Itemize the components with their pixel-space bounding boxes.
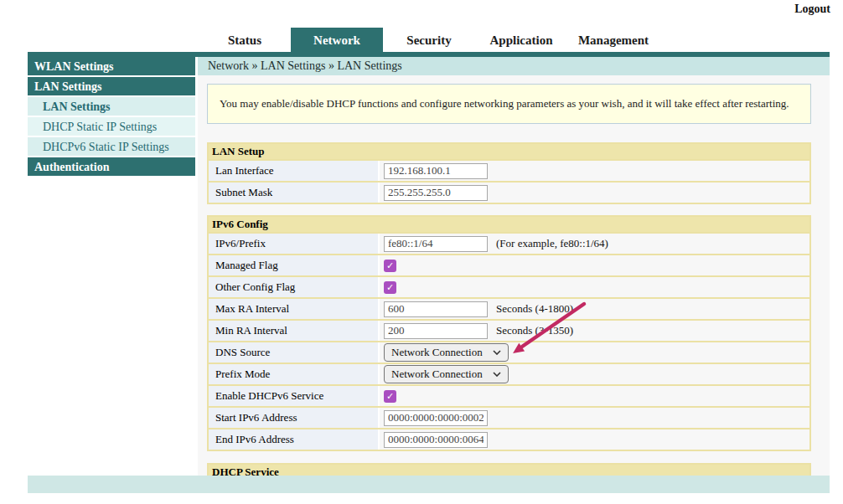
lan-interface-input[interactable] — [384, 163, 488, 179]
field-value-cell: ✓ — [380, 277, 809, 297]
field-label: Min RA Interval — [209, 321, 380, 341]
field-label: Lan Interface — [209, 161, 380, 181]
field-value-cell: ✓ — [380, 255, 809, 275]
other-config-flag-checkbox[interactable]: ✓ — [384, 281, 396, 294]
field-label: Max RA Interval — [209, 299, 380, 319]
section-title: LAN Setup — [209, 144, 809, 159]
sidebar-item-authentication[interactable]: Authentication — [28, 157, 195, 177]
footer-bar — [28, 476, 830, 493]
selected-option: Network Connection — [391, 368, 483, 381]
field-value-cell: (For example, fe80::1/64) — [380, 234, 809, 254]
field-value-cell: Seconds (3-1350) — [380, 321, 809, 341]
field-hint: Seconds (4-1800) — [496, 302, 573, 316]
max-ra-interval-input[interactable] — [384, 301, 488, 317]
field-value-cell — [380, 161, 809, 181]
row-other-config-flag: Other Config Flag✓ — [209, 275, 809, 297]
section-ipv6-config: IPv6 ConfigIPv6/Prefix(For example, fe80… — [207, 215, 811, 451]
check-icon: ✓ — [386, 392, 394, 401]
router-admin-page: Logout StatusNetworkSecurityApplicationM… — [0, 0, 843, 504]
field-value-cell: Network Connection — [380, 364, 809, 384]
row-max-ra-interval: Max RA IntervalSeconds (4-1800) — [209, 297, 809, 319]
field-label: End IPv6 Address — [209, 429, 380, 450]
field-hint: (For example, fe80::1/64) — [496, 237, 608, 250]
tab-status[interactable]: Status — [199, 28, 291, 53]
field-label: Prefix Mode — [209, 364, 380, 384]
row-managed-flag: Managed Flag✓ — [209, 254, 809, 275]
section-title: IPv6 Config — [209, 217, 809, 232]
row-dns-source: DNS SourceNetwork Connection — [209, 341, 809, 363]
main-content: Network » LAN Settings » LAN Settings Yo… — [198, 57, 830, 476]
field-label: Enable DHCPv6 Service — [209, 386, 380, 406]
field-value-cell — [380, 183, 809, 203]
row-min-ra-interval: Min RA IntervalSeconds (3-1350) — [209, 319, 809, 341]
end-ipv6-address-input[interactable] — [384, 432, 488, 448]
tab-network[interactable]: Network — [291, 28, 383, 53]
chevron-down-icon — [493, 350, 501, 355]
sidebar-item-dhcp-static-ip-settings[interactable]: DHCP Static IP Settings — [28, 117, 195, 137]
sidebar-item-dhcpv6-static-ip-settings[interactable]: DHCPv6 Static IP Settings — [28, 137, 195, 157]
check-icon: ✓ — [386, 261, 394, 270]
field-label: Managed Flag — [209, 255, 380, 275]
row-prefix-mode: Prefix ModeNetwork Connection — [209, 363, 809, 384]
tab-security[interactable]: Security — [383, 28, 475, 53]
sidebar: WLAN SettingsLAN SettingsLAN SettingsDHC… — [28, 57, 195, 177]
notice-text: You may enable/disable DHCP functions an… — [220, 97, 789, 111]
dns-source-select[interactable]: Network Connection — [384, 343, 509, 362]
tab-bar: StatusNetworkSecurityApplicationManageme… — [199, 28, 659, 53]
row-end-ipv6-address: End IPv6 Address — [209, 428, 809, 450]
field-value-cell — [380, 429, 809, 450]
field-label: Other Config Flag — [209, 277, 380, 297]
field-label: Start IPv6 Address — [209, 408, 380, 428]
field-hint: Seconds (3-1350) — [496, 324, 573, 337]
section-lan-setup: LAN SetupLan InterfaceSubnet Mask — [207, 142, 811, 204]
field-value-cell — [380, 408, 809, 428]
settings-sections: LAN SetupLan InterfaceSubnet MaskIPv6 Co… — [198, 142, 830, 476]
selected-option: Network Connection — [391, 346, 483, 359]
enable-dhcpv6-service-checkbox[interactable]: ✓ — [384, 390, 396, 403]
sidebar-item-lan-settings[interactable]: LAN Settings — [28, 77, 195, 97]
row-ipv6-prefix: IPv6/Prefix(For example, fe80::1/64) — [209, 232, 809, 254]
managed-flag-checkbox[interactable]: ✓ — [384, 260, 396, 272]
row-enable-dhcpv6-service: Enable DHCPv6 Service✓ — [209, 384, 809, 406]
row-subnet-mask: Subnet Mask — [209, 181, 809, 203]
field-label: Subnet Mask — [209, 183, 380, 203]
breadcrumb: Network » LAN Settings » LAN Settings — [198, 57, 830, 75]
field-label: IPv6/Prefix — [209, 234, 380, 254]
ipv6-prefix-input[interactable] — [384, 236, 488, 252]
section-dhcp-service: DHCP Service — [207, 463, 811, 476]
chevron-down-icon — [493, 372, 501, 377]
tab-application[interactable]: Application — [475, 28, 567, 53]
sidebar-item-lan-settings[interactable]: LAN Settings — [28, 97, 195, 117]
row-start-ipv6-address: Start IPv6 Address — [209, 406, 809, 428]
field-value-cell: Seconds (4-1800) — [380, 299, 809, 319]
logout-link[interactable]: Logout — [794, 3, 830, 16]
field-value-cell: Network Connection — [380, 342, 809, 363]
start-ipv6-address-input[interactable] — [384, 410, 488, 426]
tab-management[interactable]: Management — [567, 28, 659, 53]
field-label: DNS Source — [209, 342, 380, 363]
min-ra-interval-input[interactable] — [384, 323, 488, 339]
check-icon: ✓ — [386, 283, 394, 292]
subnet-mask-input[interactable] — [384, 185, 488, 201]
row-lan-interface: Lan Interface — [209, 159, 809, 181]
field-value-cell: ✓ — [380, 386, 809, 406]
sidebar-item-wlan-settings[interactable]: WLAN Settings — [28, 57, 195, 77]
section-title: DHCP Service — [209, 465, 809, 476]
prefix-mode-select[interactable]: Network Connection — [384, 365, 509, 383]
notice-box: You may enable/disable DHCP functions an… — [207, 84, 811, 124]
